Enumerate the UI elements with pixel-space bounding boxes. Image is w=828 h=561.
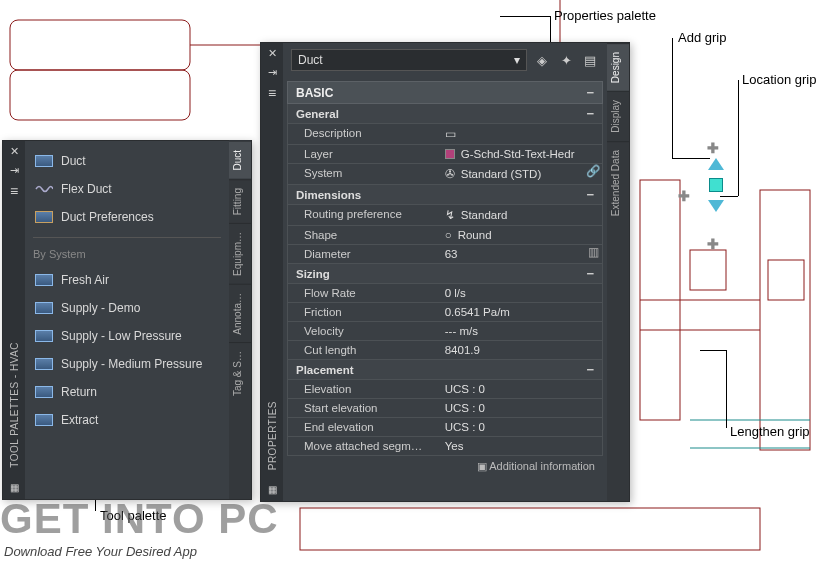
svg-rect-8: [300, 508, 760, 550]
tab-tag[interactable]: Tag & S…: [229, 342, 251, 404]
tool-item-extract[interactable]: Extract: [31, 406, 223, 434]
watermark-text: GET INTO PC: [0, 495, 279, 543]
grid-icon[interactable]: ▦: [268, 484, 277, 495]
prop-diameter[interactable]: Diameter 63 ▥: [287, 245, 603, 264]
side-tab-design[interactable]: Design: [607, 43, 629, 91]
prop-move-attached[interactable]: Move attached segm… Yes: [287, 437, 603, 456]
callout-add-grip: Add grip: [678, 30, 726, 45]
pin-icon[interactable]: ⇥: [268, 66, 277, 79]
tool-item-supply-demo[interactable]: Supply - Demo: [31, 294, 223, 322]
collapse-icon[interactable]: −: [586, 187, 594, 202]
grip-arrow-up[interactable]: [708, 158, 724, 170]
options-icon[interactable]: ≡: [268, 85, 276, 101]
subsection-placement[interactable]: Placement −: [287, 360, 603, 380]
properties-title: PROPERTIES: [267, 401, 278, 470]
prop-system[interactable]: System ✇Standard (STD) 🔗: [287, 164, 603, 185]
tool-item-duct[interactable]: Duct: [31, 147, 223, 175]
prop-start-elev[interactable]: Start elevation UCS : 0: [287, 399, 603, 418]
link-icon[interactable]: 🔗: [584, 164, 602, 184]
callout-location-grip: Location grip: [742, 72, 816, 87]
prop-layer[interactable]: Layer G-Schd-Std-Text-Hedr: [287, 145, 603, 164]
prop-elevation[interactable]: Elevation UCS : 0: [287, 380, 603, 399]
prop-friction[interactable]: Friction 0.6541 Pa/m: [287, 303, 603, 322]
route-icon: ↯: [445, 208, 455, 222]
prop-end-elev[interactable]: End elevation UCS : 0: [287, 418, 603, 437]
tool-palette: ✕ ⇥ ≡ TOOL PALETTES - HVAC ▦ Duct Flex D…: [2, 140, 252, 500]
chevron-down-icon: ▾: [514, 53, 520, 67]
svg-rect-0: [10, 20, 190, 70]
tab-fitting[interactable]: Fitting: [229, 179, 251, 223]
properties-toolbar: Duct ▾ ◈ ✦ ▤: [283, 43, 607, 79]
prop-routing[interactable]: Routing preference ↯Standard: [287, 205, 603, 226]
object-type-dropdown[interactable]: Duct ▾: [291, 49, 527, 71]
additional-info-link[interactable]: ▣ Additional information: [287, 456, 603, 477]
flex-duct-icon: [35, 180, 53, 198]
tool-item-label: Duct: [61, 154, 86, 168]
duct-icon: [35, 355, 53, 373]
callout-lengthen-grip: Lengthen grip: [730, 424, 810, 439]
tool-item-flex-duct[interactable]: Flex Duct: [31, 175, 223, 203]
tab-duct[interactable]: Duct: [229, 141, 251, 179]
svg-rect-12: [768, 260, 804, 300]
system-icon: ✇: [445, 167, 455, 181]
palette-options-icon[interactable]: ▤: [581, 51, 599, 69]
select-similar-icon[interactable]: ✦: [557, 51, 575, 69]
collapse-icon[interactable]: −: [586, 106, 594, 121]
tool-item-label: Fresh Air: [61, 273, 109, 287]
tool-item-label: Supply - Medium Pressure: [61, 357, 202, 371]
side-tab-display[interactable]: Display: [607, 91, 629, 141]
tool-palette-rail[interactable]: ✕ ⇥ ≡ TOOL PALETTES - HVAC ▦: [3, 141, 25, 499]
svg-rect-5: [760, 190, 810, 450]
circle-icon: ○: [445, 229, 452, 241]
close-icon[interactable]: ✕: [10, 145, 19, 158]
info-icon: ▣: [477, 460, 487, 472]
options-icon[interactable]: ≡: [10, 183, 18, 199]
close-icon[interactable]: ✕: [268, 47, 277, 60]
quick-select-icon[interactable]: ◈: [533, 51, 551, 69]
prop-cut-length[interactable]: Cut length 8401.9: [287, 341, 603, 360]
dropdown-value: Duct: [298, 53, 323, 67]
prop-velocity[interactable]: Velocity --- m/s: [287, 322, 603, 341]
tool-item-supply-low[interactable]: Supply - Low Pressure: [31, 322, 223, 350]
side-tab-extended[interactable]: Extended Data: [607, 141, 629, 224]
separator: [33, 237, 221, 238]
svg-rect-1: [10, 70, 190, 120]
grid-icon[interactable]: ▦: [10, 482, 19, 493]
properties-rail[interactable]: ✕ ⇥ ≡ PROPERTIES ▦: [261, 43, 283, 501]
tool-item-return[interactable]: Return: [31, 378, 223, 406]
collapse-icon[interactable]: −: [586, 85, 594, 100]
grip-widget[interactable]: ✚ ✚ ✚: [696, 158, 736, 248]
plus-icon: ✚: [707, 236, 719, 252]
subsection-dimensions[interactable]: Dimensions −: [287, 185, 603, 205]
tool-item-label: Supply - Low Pressure: [61, 329, 182, 343]
properties-side-tabs: Design Display Extended Data: [607, 43, 629, 501]
collapse-icon[interactable]: −: [586, 362, 594, 377]
pin-icon[interactable]: ⇥: [10, 164, 19, 177]
tool-item-supply-medium[interactable]: Supply - Medium Pressure: [31, 350, 223, 378]
duct-icon: [35, 327, 53, 345]
duct-icon: [35, 383, 53, 401]
list-icon[interactable]: ▥: [584, 245, 602, 263]
svg-rect-11: [690, 250, 726, 290]
tab-annotation[interactable]: Annota…: [229, 284, 251, 343]
section-basic[interactable]: BASIC −: [287, 81, 603, 104]
prop-shape[interactable]: Shape ○Round: [287, 226, 603, 245]
tool-item-label: Flex Duct: [61, 182, 112, 196]
watermark-subtitle: Download Free Your Desired App: [4, 544, 197, 559]
duct-icon: [35, 152, 53, 170]
callout-properties-palette: Properties palette: [554, 8, 656, 23]
tool-item-label: Duct Preferences: [61, 210, 154, 224]
tab-equipment[interactable]: Equipm…: [229, 223, 251, 284]
plus-icon: ✚: [678, 188, 690, 204]
subsection-general[interactable]: General −: [287, 104, 603, 124]
grip-arrow-down[interactable]: [708, 200, 724, 212]
subsection-sizing[interactable]: Sizing −: [287, 264, 603, 284]
tool-item-fresh-air[interactable]: Fresh Air: [31, 266, 223, 294]
prop-description[interactable]: Description ▭: [287, 124, 603, 145]
prop-flow-rate[interactable]: Flow Rate 0 l/s: [287, 284, 603, 303]
tool-item-duct-prefs[interactable]: Duct Preferences: [31, 203, 223, 231]
collapse-icon[interactable]: −: [586, 266, 594, 281]
tool-item-label: Extract: [61, 413, 98, 427]
grip-location-box[interactable]: [709, 178, 723, 192]
tool-item-label: Return: [61, 385, 97, 399]
